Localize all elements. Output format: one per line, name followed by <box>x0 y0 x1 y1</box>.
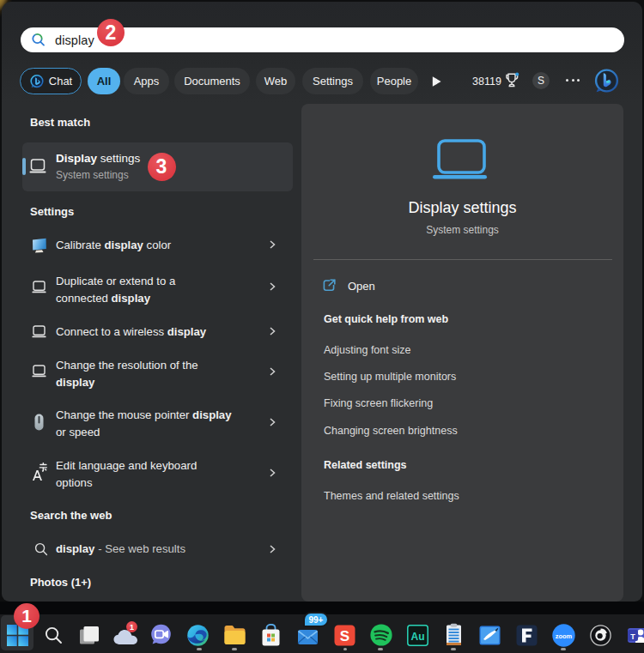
svg-text:T: T <box>630 632 635 641</box>
svg-text:S: S <box>340 628 349 644</box>
svg-text:Au: Au <box>411 631 425 643</box>
svg-text:zoom: zoom <box>556 632 573 640</box>
